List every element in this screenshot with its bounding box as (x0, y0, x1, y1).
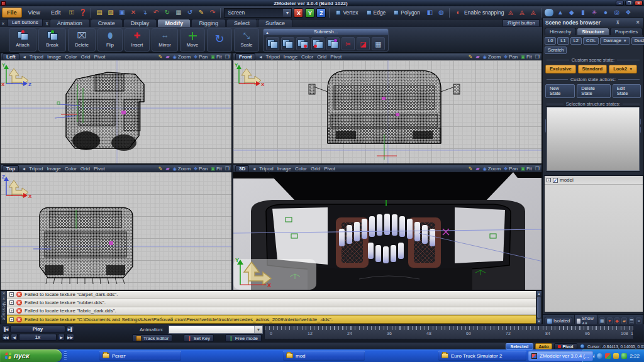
exclusive-state-button[interactable]: Exclusive (545, 65, 576, 74)
viewport-name-button[interactable]: Left (3, 53, 19, 60)
vertex-mode-button[interactable]: Vertex (333, 8, 361, 17)
close-panel-icon[interactable]: ✕ (0, 21, 6, 27)
submesh-header[interactable]: ▲ Submesh... (264, 29, 388, 35)
close-icon[interactable]: ✕ (635, 20, 641, 25)
step-back-button[interactable]: ◀ (11, 334, 18, 341)
menu-image[interactable]: Image (47, 54, 61, 60)
filter-tree-icon[interactable]: ≡ (636, 317, 641, 324)
menu-color[interactable]: Color (301, 54, 313, 60)
zoom-control[interactable]: ◉Zoom (483, 54, 501, 60)
maximize-viewport-icon[interactable]: ❒ (535, 54, 540, 60)
animation-dropdown[interactable]: ▼ (169, 326, 263, 334)
viewport-front-canvas[interactable]: Y X (233, 60, 541, 163)
draw-style-icon[interactable]: ✎ (158, 166, 163, 172)
minimize-button[interactable]: – (616, 1, 624, 6)
viewport-top-canvas[interactable]: Z X (1, 172, 231, 290)
helix-primitive-icon[interactable]: ✳ (589, 8, 599, 18)
filter-geometry-icon[interactable]: ▦ (599, 317, 605, 324)
lod-dust-button[interactable]: Dust (631, 37, 644, 45)
scroll-down-icon[interactable]: ▼ (536, 319, 541, 324)
tab-modify[interactable]: Modify (157, 19, 191, 27)
pan-control[interactable]: ✥Pan (504, 166, 518, 172)
pan-control[interactable]: ✥Pan (504, 54, 518, 60)
tab-properties[interactable]: Properties (610, 28, 643, 35)
maximize-viewport-icon[interactable]: ❒ (535, 166, 540, 172)
fit-control[interactable]: ▣Fit (521, 166, 532, 172)
lod-col-button[interactable]: COL (583, 37, 599, 45)
step-forward-fast-button[interactable]: ▶▶ (66, 334, 74, 341)
standard-state-button[interactable]: Standard (578, 65, 608, 74)
submesh-sweep-icon[interactable] (281, 37, 294, 50)
shading-icon[interactable]: ▰ (165, 54, 169, 60)
menu-tripod[interactable]: Tripod (259, 166, 273, 172)
close-icon[interactable]: ✕ (2, 291, 5, 295)
visibility-checkbox[interactable]: ✓ (553, 178, 558, 183)
chevron-left-icon[interactable]: ◂ (23, 166, 25, 172)
texture-icon[interactable]: ▦ (174, 8, 183, 18)
menu-color[interactable]: Color (65, 166, 77, 172)
collapse-icon[interactable]: ▲ (265, 30, 269, 36)
viewport-3d-canvas[interactable]: Y X (233, 172, 541, 290)
tray-shield-icon[interactable] (613, 353, 619, 359)
start-button[interactable]: пуск (0, 349, 62, 362)
plane-primitive-icon[interactable] (545, 9, 553, 16)
fit-control[interactable]: ▣Fit (211, 54, 222, 60)
snap-grid-icon[interactable]: ◬ (506, 8, 515, 18)
shading-icon[interactable]: ▰ (475, 166, 479, 172)
key-icon[interactable]: ⚿ (67, 8, 76, 18)
polygon-mode-button[interactable]: Polygon (391, 8, 423, 17)
tab-animation[interactable]: Animation (50, 19, 90, 27)
tray-update-icon[interactable] (621, 353, 627, 359)
axis-z-button[interactable]: Z (316, 8, 326, 18)
pan-control[interactable]: ✥Pan (194, 166, 208, 172)
message-row[interactable]: + ✕ Failed to locate texture "fabric_dar… (7, 307, 536, 315)
tab-rigging[interactable]: Rigging (191, 19, 226, 27)
menu-color[interactable]: Color (295, 166, 307, 172)
submesh-weld-icon[interactable] (311, 37, 325, 50)
auto-mode-button[interactable]: Auto (535, 343, 552, 349)
submesh-bevel-icon[interactable] (326, 37, 340, 50)
fit-control[interactable]: ▣Fit (521, 54, 532, 60)
menu-color[interactable]: Color (65, 54, 77, 60)
delete-button[interactable]: ⌧ Delete (68, 28, 96, 52)
message-row[interactable]: + ✕ Failed to locate texture "rubber.dds… (7, 299, 536, 307)
menu-file[interactable]: File (2, 8, 22, 18)
menu-tripod[interactable]: Tripod (30, 54, 43, 60)
taskbar-item-mod[interactable]: mod (283, 351, 365, 361)
expand-icon[interactable]: + (9, 300, 14, 305)
delete-icon[interactable]: ✕ (128, 8, 138, 18)
snapshot-icon[interactable]: ✎ (196, 8, 206, 18)
shading-icon[interactable]: ▰ (475, 54, 479, 60)
cube-primitive-icon[interactable]: ◆ (567, 8, 576, 18)
filter-list-icon[interactable]: ☰ (629, 317, 635, 324)
menu-image[interactable]: Image (284, 54, 297, 60)
scroll-up-icon[interactable]: ▲ (536, 291, 541, 296)
expand-icon[interactable]: + (9, 317, 14, 322)
import-icon[interactable]: ↴ (140, 8, 149, 18)
viewport-name-button[interactable]: Front (235, 53, 255, 60)
zoom-control[interactable]: ◉Zoom (173, 166, 191, 172)
expand-icon[interactable]: + (547, 178, 551, 182)
undo2-icon[interactable]: ↺ (185, 8, 194, 18)
cylinder-primitive-icon[interactable]: ▮ (578, 8, 587, 18)
draw-style-icon[interactable]: ✎ (158, 54, 163, 60)
cone-primitive-icon[interactable]: ▲ (555, 8, 565, 18)
expand-icon[interactable]: + (9, 292, 14, 297)
message-row-selected[interactable]: + ✕ Failed to locate texture "C:\Documen… (7, 315, 536, 324)
magnet-icon[interactable]: ◖ (453, 8, 462, 18)
maximize-viewport-icon[interactable]: ❒ (225, 54, 230, 60)
chevron-left-icon[interactable]: ◂ (23, 54, 26, 60)
select-sphere-icon[interactable]: ◍ (436, 8, 446, 18)
snap-vertex-icon[interactable]: ◬ (517, 8, 526, 18)
filter-red-icon[interactable]: ▼ (607, 317, 613, 324)
edit-state-button[interactable]: Edit State (613, 84, 641, 98)
menu-grid[interactable]: Grid (80, 54, 90, 60)
zoom-control[interactable]: ◉Zoom (483, 166, 501, 172)
globe-icon[interactable] (580, 344, 585, 349)
structure-states-list[interactable] (546, 106, 640, 172)
enable-snapping-label[interactable]: Enable snapping (464, 9, 504, 16)
maximize-viewport-icon[interactable]: ❒ (225, 166, 230, 172)
taskbar-item-renat[interactable]: Ренат (99, 351, 181, 361)
playback-speed[interactable]: 1x (19, 334, 57, 341)
chevron-left-icon[interactable]: ◂ (253, 166, 255, 172)
